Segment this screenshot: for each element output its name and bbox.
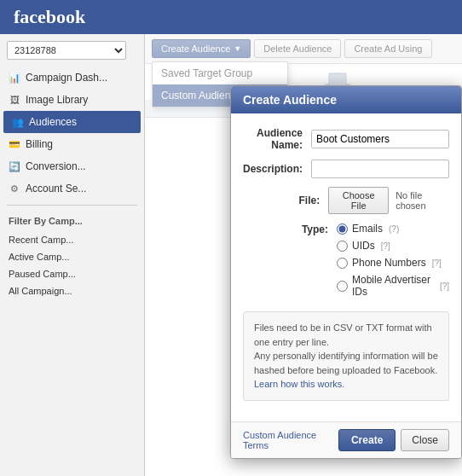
phone-help-tag: [?]: [432, 258, 442, 268]
sidebar-label: Audiences: [29, 116, 77, 128]
billing-icon: 💳: [9, 139, 20, 150]
filter-section-label: Filter By Camp...: [0, 211, 144, 231]
sidebar-item-conversion[interactable]: 🔄 Conversion...: [0, 155, 144, 177]
footer-buttons: Create Close: [338, 429, 449, 451]
custom-audience-terms-link[interactable]: Custom Audience Terms: [243, 430, 338, 450]
modal-title: Create Audience: [243, 93, 337, 107]
audience-name-label: Audience Name:: [243, 127, 311, 151]
sidebar-label: Campaign Dash...: [26, 72, 107, 84]
sidebar-label: Conversion...: [26, 160, 86, 172]
sidebar-label: Billing: [26, 138, 53, 150]
audiences-icon: 👥: [12, 117, 24, 128]
sidebar-item-account-settings[interactable]: ⚙ Account Se...: [0, 177, 144, 200]
filter-item-paused[interactable]: Paused Camp...: [0, 265, 144, 282]
type-uids-radio[interactable]: [337, 241, 348, 252]
info-text-2: Any personally identifying information w…: [254, 351, 438, 375]
type-mobile-radio[interactable]: [337, 281, 348, 292]
type-uids-label: UIDs: [352, 240, 375, 252]
choose-file-button[interactable]: Choose File: [328, 187, 389, 214]
type-emails-item: Emails (?): [337, 223, 449, 235]
type-phone-label: Phone Numbers: [352, 257, 426, 269]
audience-name-row: Audience Name:: [243, 127, 449, 151]
uids-help-tag: [?]: [381, 241, 390, 251]
sidebar: 23128788 📊 Campaign Dash... 🖼 Image Libr…: [0, 34, 145, 476]
close-button[interactable]: Close: [401, 429, 449, 451]
info-box: Files need to be in CSV or TXT format wi…: [243, 311, 449, 401]
sidebar-label: Account Se...: [26, 183, 86, 194]
description-row: Description:: [243, 160, 449, 178]
create-button[interactable]: Create: [338, 429, 396, 451]
modal-overlay: Create Audience Audience Name: Descripti…: [145, 34, 462, 476]
modal-footer: Custom Audience Terms Create Close: [231, 421, 461, 458]
emails-help-tag: (?): [389, 224, 399, 234]
info-link[interactable]: Learn how this works.: [254, 379, 344, 389]
main-layout: 23128788 📊 Campaign Dash... 🖼 Image Libr…: [0, 34, 462, 476]
sidebar-item-billing[interactable]: 💳 Billing: [0, 133, 144, 155]
type-radio-group: Emails (?) UIDs [?] Ph: [337, 223, 449, 303]
info-text-1: Files need to be in CSV or TXT format wi…: [254, 322, 432, 347]
type-row: Type: Emails (?) UIDs [?: [243, 223, 449, 303]
type-mobile-label: Mobile Advertiser IDs: [352, 274, 434, 298]
description-label: Description:: [243, 163, 311, 175]
type-label: Type:: [243, 223, 337, 235]
filter-item-recent[interactable]: Recent Camp...: [0, 231, 144, 248]
sidebar-item-campaign-dash[interactable]: 📊 Campaign Dash...: [0, 67, 144, 89]
conversion-icon: 🔄: [9, 161, 20, 172]
type-mobile-item: Mobile Advertiser IDs [?]: [337, 274, 449, 298]
account-selector[interactable]: 23128788: [7, 41, 137, 60]
type-emails-radio[interactable]: [337, 223, 348, 235]
chart-icon: 📊: [9, 73, 20, 84]
type-uids-item: UIDs [?]: [337, 240, 449, 252]
facebook-header: facebook: [0, 0, 462, 34]
type-phone-radio[interactable]: [337, 258, 348, 269]
type-phone-item: Phone Numbers [?]: [337, 257, 449, 269]
description-input[interactable]: [311, 160, 449, 178]
create-audience-modal: Create Audience Audience Name: Descripti…: [230, 85, 462, 459]
sidebar-item-image-library[interactable]: 🖼 Image Library: [0, 89, 144, 111]
facebook-logo: facebook: [14, 6, 85, 28]
no-file-text: No file chosen: [396, 190, 449, 211]
divider: [7, 205, 137, 206]
type-emails-label: Emails: [352, 223, 383, 235]
content-area: Create Audience ▼ Delete Audience Create…: [145, 34, 462, 476]
filter-item-active[interactable]: Active Camp...: [0, 248, 144, 265]
background-content: Create Audience ▼ Delete Audience Create…: [145, 34, 462, 476]
sidebar-label: Image Library: [26, 94, 88, 106]
filter-item-all[interactable]: All Campaign...: [0, 282, 144, 299]
gear-icon: ⚙: [9, 183, 20, 194]
file-row: File: Choose File No file chosen: [243, 187, 449, 214]
modal-header: Create Audience: [231, 86, 461, 113]
sidebar-nav: 📊 Campaign Dash... 🖼 Image Library 👥 Aud…: [0, 67, 144, 200]
modal-body: Audience Name: Description: File: Choose…: [231, 113, 461, 421]
audience-name-input[interactable]: [311, 130, 449, 148]
sidebar-item-audiences[interactable]: 👥 Audiences: [3, 111, 141, 133]
image-icon: 🖼: [9, 95, 20, 105]
file-label: File:: [243, 194, 328, 206]
mobile-help-tag: [?]: [440, 282, 449, 291]
account-dropdown[interactable]: 23128788: [7, 41, 126, 60]
